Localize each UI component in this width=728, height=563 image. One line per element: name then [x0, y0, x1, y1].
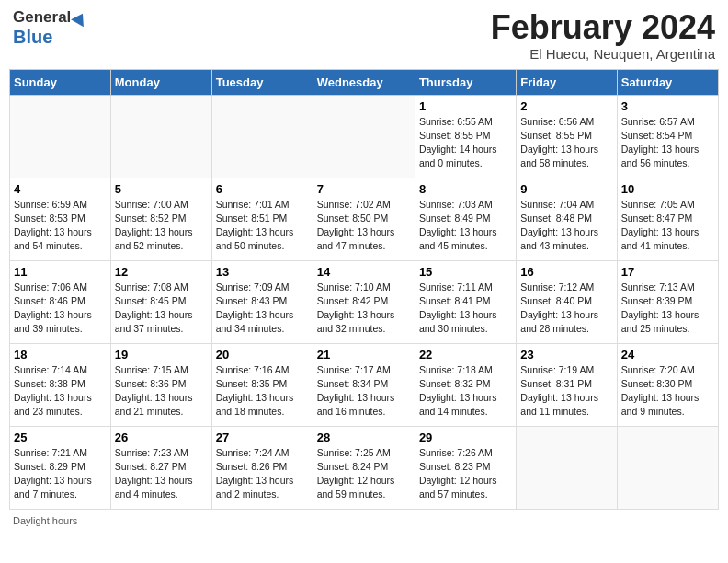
calendar-table: SundayMondayTuesdayWednesdayThursdayFrid…: [9, 69, 719, 510]
day-number: 8: [419, 182, 512, 196]
day-info: Sunrise: 7:04 AMSunset: 8:48 PMDaylight:…: [520, 198, 612, 254]
day-info: Sunrise: 6:55 AMSunset: 8:55 PMDaylight:…: [419, 115, 512, 171]
day-number: 12: [115, 265, 208, 279]
calendar-cell: 2Sunrise: 6:56 AMSunset: 8:55 PMDaylight…: [517, 95, 617, 178]
calendar-cell: 10Sunrise: 7:05 AMSunset: 8:47 PMDayligh…: [617, 178, 718, 260]
day-info: Sunrise: 7:12 AMSunset: 8:40 PMDaylight:…: [520, 281, 612, 337]
weekday-header-sunday: Sunday: [10, 69, 111, 95]
calendar-cell: 29Sunrise: 7:26 AMSunset: 8:23 PMDayligh…: [415, 426, 516, 509]
day-number: 21: [317, 348, 411, 362]
calendar-cell: [617, 426, 718, 509]
day-number: 27: [216, 431, 309, 444]
day-info: Sunrise: 7:09 AMSunset: 8:43 PMDaylight:…: [216, 281, 309, 337]
day-info: Sunrise: 7:24 AMSunset: 8:26 PMDaylight:…: [216, 446, 309, 502]
calendar-cell: 27Sunrise: 7:24 AMSunset: 8:26 PMDayligh…: [211, 426, 313, 509]
day-info: Sunrise: 7:26 AMSunset: 8:23 PMDaylight:…: [419, 446, 512, 502]
calendar-cell: 19Sunrise: 7:15 AMSunset: 8:36 PMDayligh…: [110, 343, 211, 426]
day-number: 7: [317, 182, 411, 196]
calendar-cell: 1Sunrise: 6:55 AMSunset: 8:55 PMDaylight…: [415, 95, 516, 178]
logo-general-text: General: [13, 9, 87, 27]
day-info: Sunrise: 6:57 AMSunset: 8:54 PMDaylight:…: [621, 115, 714, 171]
day-number: 20: [216, 348, 309, 362]
day-number: 13: [216, 265, 309, 279]
day-info: Sunrise: 7:14 AMSunset: 8:38 PMDaylight:…: [14, 363, 107, 419]
day-info: Sunrise: 7:08 AMSunset: 8:45 PMDaylight:…: [115, 281, 208, 337]
calendar-cell: 13Sunrise: 7:09 AMSunset: 8:43 PMDayligh…: [211, 260, 313, 343]
week-row-1: 1Sunrise: 6:55 AMSunset: 8:55 PMDaylight…: [10, 95, 719, 178]
calendar-cell: 5Sunrise: 7:00 AMSunset: 8:52 PMDaylight…: [110, 178, 211, 260]
day-info: Sunrise: 7:15 AMSunset: 8:36 PMDaylight:…: [115, 363, 208, 419]
calendar-cell: [211, 95, 313, 178]
day-info: Sunrise: 7:02 AMSunset: 8:50 PMDaylight:…: [317, 198, 411, 254]
day-number: 1: [419, 99, 512, 113]
calendar-cell: 3Sunrise: 6:57 AMSunset: 8:54 PMDaylight…: [617, 95, 718, 178]
location-subtitle: El Huecu, Neuquen, Argentina: [491, 46, 715, 62]
weekday-header-saturday: Saturday: [617, 69, 718, 95]
logo-blue-text: Blue: [13, 27, 87, 47]
calendar-cell: 14Sunrise: 7:10 AMSunset: 8:42 PMDayligh…: [313, 260, 415, 343]
day-number: 29: [419, 431, 512, 444]
calendar-cell: [10, 95, 111, 178]
day-number: 18: [14, 348, 107, 362]
day-number: 5: [115, 182, 208, 196]
month-title: February 2024: [491, 9, 715, 46]
calendar-cell: 17Sunrise: 7:13 AMSunset: 8:39 PMDayligh…: [617, 260, 718, 343]
header: General Blue February 2024 El Huecu, Neu…: [9, 9, 719, 62]
day-number: 11: [14, 265, 107, 279]
title-area: February 2024 El Huecu, Neuquen, Argenti…: [491, 9, 715, 62]
calendar-cell: 26Sunrise: 7:23 AMSunset: 8:27 PMDayligh…: [110, 426, 211, 509]
day-info: Sunrise: 6:59 AMSunset: 8:53 PMDaylight:…: [14, 198, 107, 254]
calendar-cell: 24Sunrise: 7:20 AMSunset: 8:30 PMDayligh…: [617, 343, 718, 426]
day-number: 3: [621, 99, 714, 113]
logo-triangle-icon: [71, 9, 89, 26]
calendar-cell: [110, 95, 211, 178]
day-info: Sunrise: 7:13 AMSunset: 8:39 PMDaylight:…: [621, 281, 714, 337]
day-number: 14: [317, 265, 411, 279]
day-number: 26: [115, 431, 208, 444]
day-number: 28: [317, 431, 411, 444]
calendar-cell: 7Sunrise: 7:02 AMSunset: 8:50 PMDaylight…: [313, 178, 415, 260]
day-number: 25: [14, 431, 107, 444]
calendar-cell: 18Sunrise: 7:14 AMSunset: 8:38 PMDayligh…: [10, 343, 111, 426]
day-info: Sunrise: 7:20 AMSunset: 8:30 PMDaylight:…: [621, 363, 714, 419]
day-number: 4: [14, 182, 107, 196]
calendar-cell: 4Sunrise: 6:59 AMSunset: 8:53 PMDaylight…: [10, 178, 111, 260]
day-info: Sunrise: 7:03 AMSunset: 8:49 PMDaylight:…: [419, 198, 512, 254]
day-number: 24: [621, 348, 714, 362]
weekday-header-thursday: Thursday: [415, 69, 516, 95]
day-number: 9: [520, 182, 612, 196]
footer-note: Daylight hours: [9, 515, 719, 526]
weekday-header-monday: Monday: [110, 69, 211, 95]
day-number: 19: [115, 348, 208, 362]
day-info: Sunrise: 7:19 AMSunset: 8:31 PMDaylight:…: [520, 363, 612, 419]
day-info: Sunrise: 6:56 AMSunset: 8:55 PMDaylight:…: [520, 115, 612, 171]
day-number: 2: [520, 99, 612, 113]
calendar-cell: 8Sunrise: 7:03 AMSunset: 8:49 PMDaylight…: [415, 178, 516, 260]
day-number: 23: [520, 348, 612, 362]
calendar-cell: 20Sunrise: 7:16 AMSunset: 8:35 PMDayligh…: [211, 343, 313, 426]
calendar-cell: 16Sunrise: 7:12 AMSunset: 8:40 PMDayligh…: [517, 260, 617, 343]
day-info: Sunrise: 7:01 AMSunset: 8:51 PMDaylight:…: [216, 198, 309, 254]
day-info: Sunrise: 7:21 AMSunset: 8:29 PMDaylight:…: [14, 446, 107, 502]
calendar-cell: 23Sunrise: 7:19 AMSunset: 8:31 PMDayligh…: [517, 343, 617, 426]
calendar-cell: 12Sunrise: 7:08 AMSunset: 8:45 PMDayligh…: [110, 260, 211, 343]
day-info: Sunrise: 7:17 AMSunset: 8:34 PMDaylight:…: [317, 363, 411, 419]
calendar-cell: 15Sunrise: 7:11 AMSunset: 8:41 PMDayligh…: [415, 260, 516, 343]
day-number: 22: [419, 348, 512, 362]
week-row-3: 11Sunrise: 7:06 AMSunset: 8:46 PMDayligh…: [10, 260, 719, 343]
day-number: 6: [216, 182, 309, 196]
week-row-5: 25Sunrise: 7:21 AMSunset: 8:29 PMDayligh…: [10, 426, 719, 509]
weekday-header-friday: Friday: [517, 69, 617, 95]
day-info: Sunrise: 7:16 AMSunset: 8:35 PMDaylight:…: [216, 363, 309, 419]
day-info: Sunrise: 7:25 AMSunset: 8:24 PMDaylight:…: [317, 446, 411, 502]
calendar-cell: 11Sunrise: 7:06 AMSunset: 8:46 PMDayligh…: [10, 260, 111, 343]
calendar-cell: 21Sunrise: 7:17 AMSunset: 8:34 PMDayligh…: [313, 343, 415, 426]
day-info: Sunrise: 7:11 AMSunset: 8:41 PMDaylight:…: [419, 281, 512, 337]
day-info: Sunrise: 7:05 AMSunset: 8:47 PMDaylight:…: [621, 198, 714, 254]
day-info: Sunrise: 7:06 AMSunset: 8:46 PMDaylight:…: [14, 281, 107, 337]
logo: General Blue: [13, 9, 87, 47]
day-info: Sunrise: 7:23 AMSunset: 8:27 PMDaylight:…: [115, 446, 208, 502]
calendar-cell: 9Sunrise: 7:04 AMSunset: 8:48 PMDaylight…: [517, 178, 617, 260]
day-info: Sunrise: 7:18 AMSunset: 8:32 PMDaylight:…: [419, 363, 512, 419]
day-info: Sunrise: 7:00 AMSunset: 8:52 PMDaylight:…: [115, 198, 208, 254]
